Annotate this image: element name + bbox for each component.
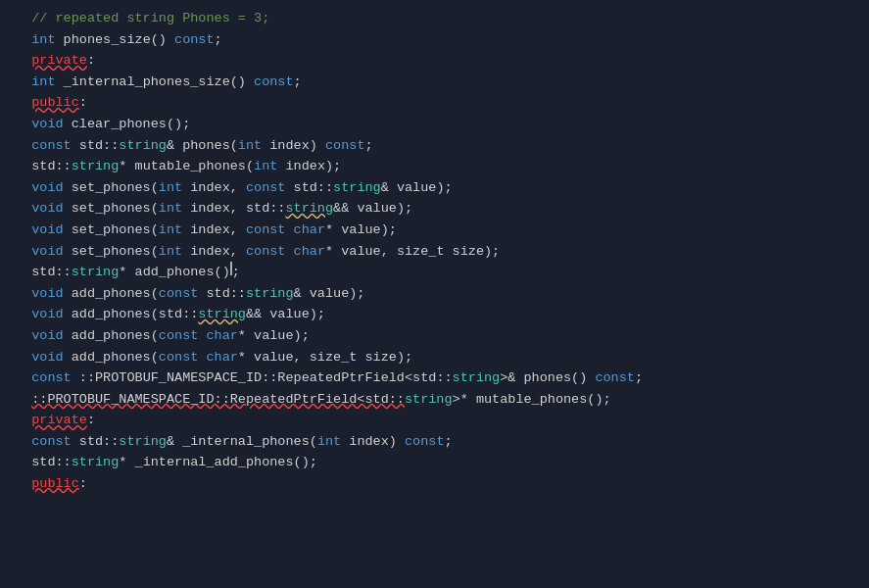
code-token: * _internal_add_phones(); — [119, 452, 317, 473]
code-token — [16, 368, 31, 389]
code-token: void — [31, 304, 63, 325]
code-line: const std::string& phones(int index) con… — [0, 135, 869, 157]
code-token: : — [87, 50, 95, 72]
code-token — [16, 431, 31, 453]
code-token: string — [119, 135, 167, 157]
code-line: void clear_phones(); — [0, 114, 869, 135]
code-token: public — [31, 473, 79, 495]
code-token: * value, size_t size); — [238, 347, 412, 368]
code-token: int — [254, 156, 277, 177]
code-token: index, std:: — [182, 198, 285, 220]
code-token: const — [246, 220, 286, 241]
code-token — [198, 347, 206, 368]
code-token: void — [31, 177, 63, 199]
code-token: set_phones( — [64, 198, 159, 220]
code-token — [285, 220, 293, 241]
code-line: void add_phones(std::string&& value); — [0, 304, 869, 325]
code-token: std:: — [31, 156, 72, 177]
code-token: void — [31, 198, 63, 220]
code-token — [285, 241, 293, 263]
code-line: std::string* mutable_phones(int index); — [0, 156, 869, 177]
code-token: add_phones(std:: — [64, 304, 199, 325]
code-token: * value); — [325, 220, 397, 241]
code-token: const — [595, 368, 635, 389]
code-token: int — [317, 431, 341, 453]
code-token: void — [31, 347, 63, 368]
code-token: void — [31, 114, 63, 135]
code-token: char — [206, 347, 237, 368]
code-token: string — [72, 262, 120, 283]
code-token: int — [31, 29, 55, 51]
code-token — [16, 241, 31, 263]
code-token — [16, 220, 31, 241]
code-token — [16, 473, 31, 495]
code-token: char — [206, 325, 237, 347]
code-line: public: — [0, 92, 869, 114]
code-token: const — [31, 135, 72, 157]
code-token: int — [159, 198, 182, 220]
code-token: add_phones( — [64, 325, 159, 347]
code-token — [16, 177, 31, 199]
code-line: int phones_size() const; — [0, 29, 869, 51]
code-token: ; — [365, 135, 373, 157]
code-token: add_phones( — [64, 347, 159, 368]
code-token: ; — [294, 72, 302, 93]
code-token: string — [285, 198, 333, 220]
code-token: const — [159, 347, 199, 368]
code-line: ::PROTOBUF_NAMESPACE_ID::RepeatedPtrFiel… — [0, 389, 869, 411]
code-token — [16, 29, 31, 51]
code-token: >& phones() — [500, 368, 595, 389]
code-line: void set_phones(int index, const std::st… — [0, 177, 869, 199]
code-token: clear_phones(); — [64, 114, 191, 135]
code-token — [16, 135, 31, 157]
code-token — [16, 389, 31, 411]
code-token: std:: — [285, 177, 333, 199]
code-line: void set_phones(int index, const char* v… — [0, 241, 869, 263]
code-token: int — [159, 241, 182, 263]
code-token: set_phones( — [64, 220, 159, 241]
code-token: char — [294, 220, 325, 241]
code-token: std:: — [72, 431, 120, 453]
code-line: std::string* _internal_add_phones(); — [0, 452, 869, 473]
code-token: public — [31, 92, 79, 114]
code-token: phones_size() — [56, 29, 175, 51]
code-token: index); — [277, 156, 341, 177]
code-token: & value); — [381, 177, 453, 199]
code-line: void add_phones(const std::string& value… — [0, 283, 869, 305]
code-token: >* mutable_phones(); — [453, 389, 611, 411]
code-token — [16, 50, 31, 72]
code-token: set_phones( — [64, 241, 159, 263]
code-token: ::PROTOBUF_NAMESPACE_ID::RepeatedPtrFiel… — [72, 368, 453, 389]
code-token — [16, 156, 31, 177]
code-token — [16, 72, 31, 93]
code-token: void — [31, 283, 63, 305]
code-line: void add_phones(const char* value, size_… — [0, 347, 869, 368]
code-token: const — [254, 72, 294, 93]
code-token: : — [79, 473, 87, 495]
code-line: std::string* add_phones(); — [0, 262, 869, 283]
code-token — [16, 198, 31, 220]
code-token: std:: — [72, 135, 120, 157]
code-token: : — [79, 92, 87, 114]
code-token: const — [246, 241, 286, 263]
code-token: const — [325, 135, 365, 157]
code-token: string — [246, 283, 294, 305]
code-token: // repeated string Phones = 3; — [16, 8, 269, 29]
code-token: set_phones( — [64, 177, 159, 199]
code-token — [16, 283, 31, 305]
code-token: string — [119, 431, 167, 453]
code-token — [16, 304, 31, 325]
code-line: const std::string& _internal_phones(int … — [0, 431, 869, 453]
code-token — [16, 410, 31, 431]
code-line: int _internal_phones_size() const; — [0, 72, 869, 93]
code-token: void — [31, 220, 63, 241]
code-line: private: — [0, 50, 869, 72]
code-token — [16, 92, 31, 114]
code-token: int — [238, 135, 262, 157]
code-token — [16, 347, 31, 368]
code-token: void — [31, 241, 63, 263]
code-line: void set_phones(int index, const char* v… — [0, 220, 869, 241]
code-editor: // repeated string Phones = 3; int phone… — [0, 0, 869, 588]
code-token: std:: — [31, 452, 72, 473]
code-token: int — [31, 72, 55, 93]
